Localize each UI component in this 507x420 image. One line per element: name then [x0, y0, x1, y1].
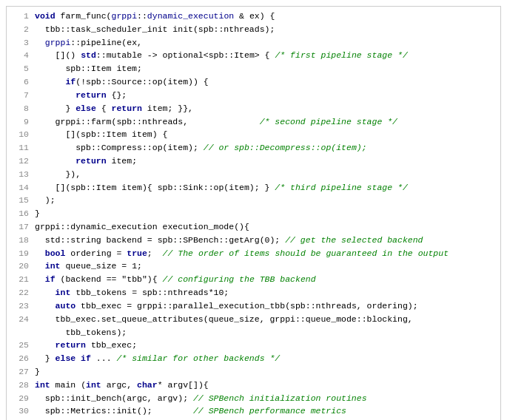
line-12: 12 return item;: [11, 155, 496, 168]
line-28: 28 int main (int argc, char* argv[]){: [11, 379, 496, 392]
line-23: 23 auto tbb_exec = grppi::parallel_execu…: [11, 299, 496, 313]
line-21: 21 if (backend == "tbb"){ // configuring…: [11, 273, 496, 286]
code-block: 1 void farm_func(grppi::dynamic_executio…: [7, 7, 500, 420]
line-24b: tbb_tokens);: [11, 326, 496, 339]
line-3: 3 grppi::pipeline(ex,: [11, 36, 496, 50]
line-4: 4 []() std::mutable -> optional<spb::Ite…: [11, 49, 496, 62]
line-29: 29 spb::init_bench(argc, argv); // SPBen…: [11, 392, 496, 405]
line-20: 20 int queue_size = 1;: [11, 260, 496, 273]
line-5: 5 spb::Item item;: [11, 62, 496, 75]
line-17: 17 grppi::dynamic_execution execution_mo…: [11, 220, 496, 234]
line-26: 26 } else if ... /* similar for other ba…: [11, 352, 496, 365]
line-19: 19 bool ordering = true; // The order of…: [11, 247, 496, 260]
line-11: 11 spb::Compress::op(item); // or spb::D…: [11, 141, 496, 155]
line-1: 1 void farm_func(grppi::dynamic_executio…: [11, 10, 496, 23]
line-14: 14 [](spb::Item item){ spb::Sink::op(ite…: [11, 181, 496, 194]
line-15: 15 );: [11, 194, 496, 207]
line-6: 6 if(!spb::Source::op(item)) {: [11, 75, 496, 89]
line-18: 18 std::string backend = spb::SPBench::g…: [11, 234, 496, 247]
line-25: 25 return tbb_exec;: [11, 339, 496, 352]
line-30: 30 spb::Metrics::init(); // SPBench perf…: [11, 404, 496, 418]
line-8: 8 } else { return item; }},: [11, 102, 496, 115]
line-10: 10 [](spb::Item item) {: [11, 128, 496, 141]
line-13: 13 }),: [11, 168, 496, 181]
line-27: 27 }: [11, 365, 496, 379]
line-9: 9 grppi::farm(spb::nthreads, /* second p…: [11, 115, 496, 129]
line-2: 2 tbb::task_scheduler_init init(spb::nth…: [11, 23, 496, 36]
listing-container: 1 void farm_func(grppi::dynamic_executio…: [6, 6, 501, 420]
line-24: 24 tbb_exec.set_queue_attributes(queue_s…: [11, 313, 496, 326]
line-16: 16 }: [11, 207, 496, 220]
line-22: 22 int tbb_tokens = spb::nthreads*10;: [11, 286, 496, 299]
line-7: 7 return {};: [11, 89, 496, 102]
